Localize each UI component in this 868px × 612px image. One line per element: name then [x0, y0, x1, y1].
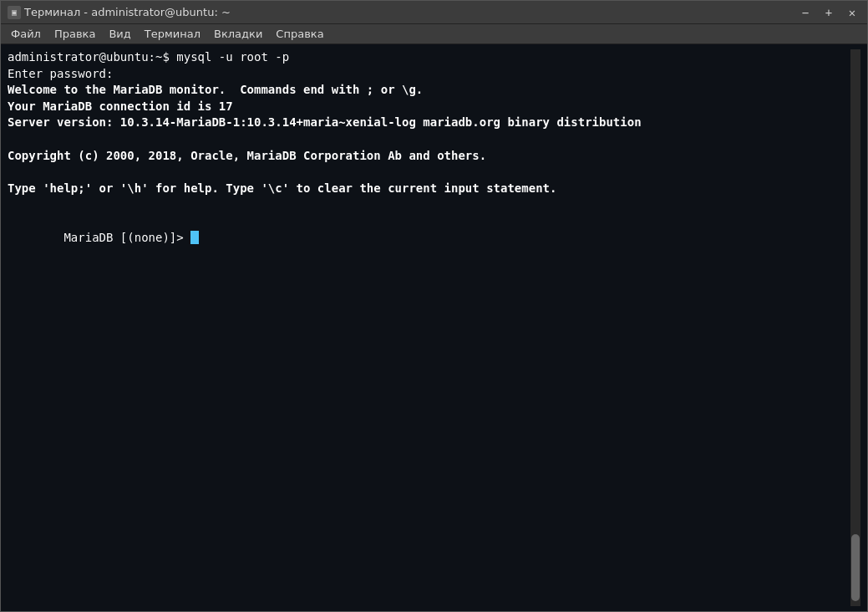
- window-title: Терминал - administrator@ubuntu: ~: [24, 6, 231, 18]
- terminal-line-connid: Your MariaDB connection id is 17: [8, 99, 850, 115]
- terminal-area[interactable]: administrator@ubuntu:~$ mysql -u root -p…: [1, 44, 867, 611]
- terminal-line-password: Enter password:: [8, 66, 850, 83]
- terminal-line-prompt: MariaDB [(none)]>: [8, 213, 850, 263]
- terminal-line-empty2: [8, 164, 850, 181]
- menu-tabs[interactable]: Вкладки: [207, 26, 269, 42]
- scrollbar-thumb[interactable]: [851, 534, 860, 601]
- title-bar-left: ▣ Терминал - administrator@ubuntu: ~: [8, 6, 231, 19]
- terminal-window: ▣ Терминал - administrator@ubuntu: ~ − +…: [0, 0, 868, 612]
- prompt-text: MariaDB [(none)]>: [63, 231, 190, 244]
- menu-file[interactable]: Файл: [4, 26, 48, 42]
- terminal-line-copyright: Copyright (c) 2000, 2018, Oracle, MariaD…: [8, 148, 850, 165]
- terminal-line-cmd: administrator@ubuntu:~$ mysql -u root -p: [8, 49, 850, 66]
- scrollbar[interactable]: [850, 49, 860, 606]
- terminal-content: administrator@ubuntu:~$ mysql -u root -p…: [8, 49, 850, 606]
- title-bar: ▣ Терминал - administrator@ubuntu: ~ − +…: [1, 1, 867, 24]
- window-icon: ▣: [8, 6, 21, 19]
- terminal-line-empty3: [8, 196, 850, 213]
- maximize-button[interactable]: +: [820, 4, 837, 21]
- window-controls: − + ✕: [797, 4, 860, 21]
- terminal-line-empty1: [8, 131, 850, 148]
- menu-help[interactable]: Справка: [269, 26, 330, 42]
- minimize-button[interactable]: −: [797, 4, 814, 21]
- menu-bar: Файл Правка Вид Терминал Вкладки Справка: [1, 24, 867, 44]
- terminal-line-server: Server version: 10.3.14-MariaDB-1:10.3.1…: [8, 115, 850, 131]
- menu-view[interactable]: Вид: [102, 26, 137, 42]
- cursor-block: [190, 231, 199, 244]
- menu-terminal[interactable]: Терминал: [138, 26, 207, 42]
- terminal-line-welcome: Welcome to the MariaDB monitor. Commands…: [8, 82, 850, 99]
- menu-edit[interactable]: Правка: [48, 26, 102, 42]
- terminal-line-help: Type 'help;' or '\h' for help. Type '\c'…: [8, 181, 850, 197]
- close-button[interactable]: ✕: [844, 4, 860, 21]
